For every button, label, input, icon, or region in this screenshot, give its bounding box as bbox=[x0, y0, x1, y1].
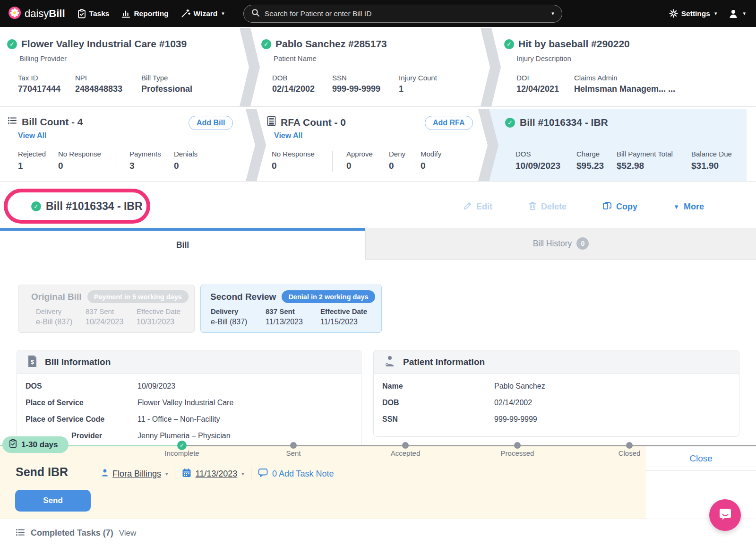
patient-information-panel: Patient Information Name Pablo Sanchez D… bbox=[373, 350, 739, 437]
check-circle-icon: ✓ bbox=[504, 39, 514, 49]
rfa-count-card: RFA Count - 0 Add RFA View All No Respon… bbox=[257, 109, 488, 181]
assignee-select[interactable]: Flora Billings ▾ bbox=[102, 469, 168, 479]
field-value: 770417444 bbox=[18, 84, 60, 94]
check-circle-icon: ✓ bbox=[505, 118, 515, 128]
row-value: 11 - Office – Non-Facility bbox=[137, 415, 220, 424]
check-circle-icon: ✓ bbox=[261, 39, 271, 49]
second-review-card[interactable]: Second Review Denial in 2 working days D… bbox=[200, 285, 382, 333]
chevron-down-icon: ▾ bbox=[241, 471, 244, 477]
delete-button[interactable]: Delete bbox=[528, 201, 567, 213]
row-label: DOB bbox=[382, 399, 494, 407]
field-value: 12/04/2021 bbox=[516, 84, 559, 94]
trash-icon bbox=[528, 201, 537, 213]
tab-bill[interactable]: Bill bbox=[0, 228, 365, 260]
nav-wizard[interactable]: Wizard ▾ bbox=[181, 9, 224, 18]
bill-doc-icon: $ bbox=[27, 355, 37, 369]
brand-wordmark: daisyBill bbox=[25, 8, 65, 20]
rfa-count-view-all-link[interactable]: View All bbox=[274, 131, 302, 140]
divider bbox=[251, 467, 251, 480]
add-task-note-link[interactable]: 0 Add Task Note bbox=[258, 468, 334, 480]
field-label: Effective Date bbox=[137, 307, 180, 315]
completed-tasks-label: Completed Tasks (7) bbox=[31, 528, 113, 538]
stat-label: Denials bbox=[174, 150, 198, 158]
person-icon bbox=[102, 469, 108, 478]
timeline-dot-sent bbox=[290, 442, 297, 449]
field-label: Claims Admin bbox=[574, 74, 675, 82]
info-row: Provider Jenny Plumeria – Physician bbox=[17, 427, 361, 444]
completed-tasks-bar: Completed Tasks (7) View bbox=[0, 519, 756, 547]
daisy-logo-icon bbox=[9, 7, 21, 21]
stat-label: Modify bbox=[421, 150, 441, 158]
row-value: 02/14/2002 bbox=[494, 399, 532, 407]
bill-count-card: Bill Count - 4 Add Bill View All Rejecte… bbox=[0, 109, 255, 181]
active-bill-chip-card[interactable]: ✓ Bill #1016334 - IBR DOS 10/09/2023 Cha… bbox=[489, 109, 748, 181]
divider bbox=[332, 151, 333, 172]
stat-value: 1 bbox=[18, 161, 46, 171]
original-bill-card[interactable]: Original Bill Payment in 5 working days … bbox=[18, 285, 195, 333]
review-card-title: Original Bill bbox=[31, 292, 82, 302]
daisybill-logo[interactable]: daisyBill bbox=[9, 7, 65, 21]
add-rfa-button[interactable]: Add RFA bbox=[425, 116, 473, 130]
nav-tasks[interactable]: Tasks bbox=[77, 9, 110, 18]
bill-count-view-all-link[interactable]: View All bbox=[18, 131, 46, 140]
field-label: DOI bbox=[516, 74, 559, 82]
copy-icon bbox=[602, 201, 612, 213]
nav-reporting[interactable]: Reporting bbox=[121, 9, 168, 18]
list-icon bbox=[8, 116, 17, 128]
context-card-row: ✓ Flower Valley Industrial Care #1039 Bi… bbox=[0, 28, 756, 107]
field-value: 10/24/2023 bbox=[86, 318, 123, 326]
timeline-dot-processed bbox=[514, 442, 521, 449]
task-age-badge: 1-30 days bbox=[2, 436, 69, 453]
bill-page-title: ✓ Bill #1016334 - IBR bbox=[31, 200, 143, 213]
clipboard-check-icon bbox=[9, 439, 17, 451]
task-side-panel: Close bbox=[646, 446, 756, 519]
completed-tasks-view-link[interactable]: View bbox=[119, 529, 137, 538]
more-button[interactable]: ▼ More bbox=[673, 202, 704, 212]
nav-settings[interactable]: Settings ▾ bbox=[669, 9, 717, 18]
send-button[interactable]: Send bbox=[15, 490, 91, 512]
chevron-down-icon: ▾ bbox=[222, 10, 224, 17]
check-circle-icon: ✓ bbox=[31, 201, 41, 211]
pencil-icon bbox=[463, 201, 472, 213]
context-card-patient[interactable]: ✓ Pablo Sanchez #285173 Patient Name DOB… bbox=[250, 28, 490, 106]
add-bill-button[interactable]: Add Bill bbox=[189, 116, 233, 130]
gear-icon bbox=[669, 9, 678, 18]
task-date-select[interactable]: 11/13/2023 ▾ bbox=[182, 468, 244, 479]
stat-label: No Response bbox=[58, 150, 101, 158]
stat-label: Bill Payment Total bbox=[617, 150, 673, 158]
stat-value: 0 bbox=[174, 161, 198, 171]
row-label: Place of Service bbox=[26, 399, 137, 407]
search-chevron-down-icon[interactable]: ▾ bbox=[551, 10, 554, 17]
info-row: Name Pablo Sanchez bbox=[374, 378, 739, 394]
field-label: Bill Type bbox=[141, 74, 192, 82]
timeline-track bbox=[182, 445, 756, 446]
field-label: SSN bbox=[332, 74, 380, 82]
edit-button[interactable]: Edit bbox=[463, 201, 492, 213]
timeline-step-label: Closed bbox=[619, 449, 641, 457]
context-card-title: Hit by baseball #290220 bbox=[518, 38, 630, 50]
field-label: Delivery bbox=[36, 307, 72, 315]
nav-account[interactable]: ▾ bbox=[728, 9, 746, 19]
close-task-link[interactable]: Close bbox=[689, 453, 713, 464]
row-label: Place of Service Code bbox=[26, 415, 137, 424]
stat-value: 0 bbox=[346, 161, 373, 171]
tab-bill-history-label: Bill History bbox=[533, 239, 572, 249]
row-label: DOS bbox=[26, 382, 137, 391]
stat-label: Charge bbox=[576, 150, 604, 158]
stat-label: Balance Due bbox=[691, 150, 732, 158]
timeline-step-label: Sent bbox=[286, 449, 301, 457]
stat-value: 0 bbox=[58, 161, 101, 171]
chat-widget-button[interactable] bbox=[709, 499, 741, 531]
context-card-billing-provider[interactable]: ✓ Flower Valley Industrial Care #1039 Bi… bbox=[0, 28, 249, 106]
copy-button[interactable]: Copy bbox=[602, 201, 637, 213]
wizard-icon bbox=[181, 9, 190, 18]
context-card-injury[interactable]: ✓ Hit by baseball #290220 Injury Descrip… bbox=[491, 28, 756, 106]
tab-bill-history[interactable]: Bill History 0 bbox=[365, 228, 756, 260]
search-input[interactable] bbox=[265, 9, 546, 18]
review-card-status-pill: Denial in 2 working days bbox=[282, 290, 375, 303]
stat-value: $31.90 bbox=[691, 161, 732, 171]
panel-title: Bill Information bbox=[45, 357, 111, 367]
context-card-subtitle: Billing Provider bbox=[19, 54, 67, 62]
stat-value: 3 bbox=[129, 161, 161, 171]
context-card-title: Pablo Sanchez #285173 bbox=[275, 38, 387, 50]
